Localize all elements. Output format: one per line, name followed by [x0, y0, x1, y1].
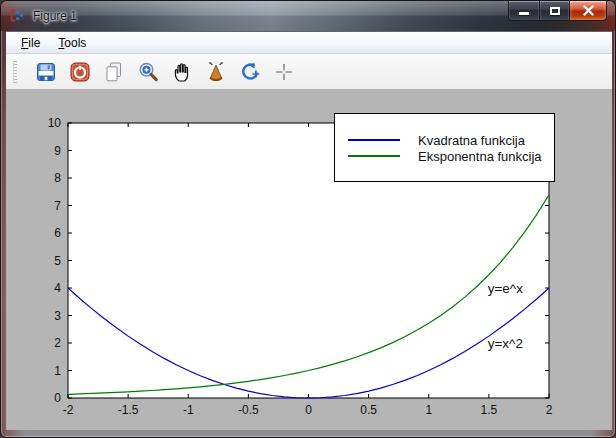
maximize-icon [550, 7, 560, 15]
x-tick-label: 1 [425, 403, 432, 417]
x-tick-label: -0.5 [238, 403, 259, 417]
y-tick-label: 10 [48, 116, 62, 130]
zoom-button[interactable] [134, 58, 161, 85]
reset-view-button[interactable] [236, 58, 263, 85]
pan-icon [170, 60, 194, 84]
annotation-label: y=x^2 [488, 336, 523, 351]
y-tick-label: 5 [54, 254, 61, 268]
rotate-3d-button[interactable] [202, 58, 229, 85]
maximize-button[interactable] [539, 1, 570, 21]
y-tick-label: 6 [54, 226, 61, 240]
window-title: Figure 1 [33, 9, 77, 23]
legend-label: Eksponentna funkcija [418, 149, 542, 164]
x-tick-label: 0 [305, 403, 312, 417]
legend: Kvadratna funkcijaEksponentna funkcija [334, 113, 555, 182]
copy-button[interactable] [100, 58, 127, 85]
y-tick-label: 1 [54, 364, 61, 378]
y-tick-label: 4 [54, 281, 61, 295]
y-tick-label: 0 [54, 391, 61, 405]
datatip-button[interactable] [270, 58, 297, 85]
rotate-3d-icon [204, 60, 228, 84]
x-tick-label: 0.5 [360, 403, 377, 417]
x-tick-label: 1.5 [481, 403, 498, 417]
y-tick-label: 9 [54, 144, 61, 158]
x-tick-label: -1.5 [118, 403, 139, 417]
zoom-icon [136, 60, 160, 84]
legend-line-sample [348, 155, 400, 157]
figure-logo-icon [9, 8, 26, 25]
legend-entry: Kvadratna funkcija [348, 132, 554, 148]
toolbar [6, 54, 612, 89]
minimize-button[interactable] [508, 1, 539, 21]
x-tick-label: -1 [183, 403, 194, 417]
copy-icon [102, 60, 126, 84]
x-tick-label: 2 [546, 403, 553, 417]
close-button[interactable] [570, 1, 607, 21]
legend-line-sample [348, 139, 400, 141]
reset-view-icon [238, 60, 262, 84]
pan-button[interactable] [168, 58, 195, 85]
menu-item-file[interactable]: File [12, 33, 49, 53]
close-icon [582, 5, 595, 16]
y-tick-label: 2 [54, 336, 61, 350]
legend-label: Kvadratna funkcija [418, 133, 525, 148]
annotation-label: y=e^x [488, 281, 523, 296]
y-tick-label: 3 [54, 309, 61, 323]
figure-window: Figure 1 FileTools [0, 0, 616, 438]
save-icon [34, 60, 58, 84]
menu-item-tools[interactable]: Tools [49, 33, 95, 53]
toolbar-gripper[interactable] [13, 61, 17, 83]
title-bar[interactable]: Figure 1 [1, 1, 615, 31]
close-figure-button[interactable] [66, 58, 93, 85]
legend-entry: Eksponentna funkcija [348, 148, 554, 164]
datatip-icon [272, 60, 296, 84]
client-area: FileTools -2-1.5-1-0.500.511.52012345678… [6, 31, 612, 429]
x-tick-label: -2 [63, 403, 74, 417]
minimize-icon [519, 12, 529, 15]
caption-buttons [508, 1, 607, 21]
menu-bar: FileTools [6, 32, 612, 54]
y-tick-label: 7 [54, 199, 61, 213]
close-figure-icon [68, 60, 92, 84]
figure-area: -2-1.5-1-0.500.511.52012345678910y=e^xy=… [6, 89, 612, 430]
save-button[interactable] [32, 58, 59, 85]
y-tick-label: 8 [54, 171, 61, 185]
